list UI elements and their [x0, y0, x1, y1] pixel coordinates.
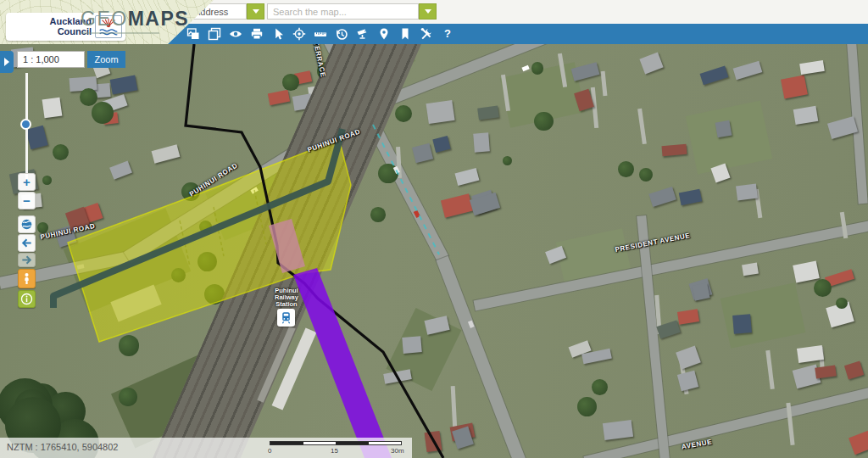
- station-label-line: Station: [275, 301, 298, 308]
- zoom-slider-handle[interactable]: [20, 119, 31, 130]
- chevron-down-icon: [425, 9, 431, 14]
- full-extent-button[interactable]: [18, 215, 36, 233]
- identify-info-button[interactable]: [18, 290, 36, 308]
- zoom-out-button[interactable]: −: [18, 192, 36, 209]
- history-icon[interactable]: [335, 27, 348, 41]
- scale-bar-label: 0: [268, 447, 271, 455]
- next-extent-button[interactable]: [18, 253, 36, 267]
- arrow-left-icon: [20, 237, 33, 249]
- gis-overlays: [0, 44, 868, 458]
- pegman-icon: [20, 272, 33, 285]
- help-icon[interactable]: ?: [441, 27, 454, 41]
- map-viewport[interactable]: PUHINUI ROAD PUHINUI ROAD PUHINUI ROAD T…: [0, 44, 868, 458]
- scale-bar-label: 15: [331, 447, 338, 455]
- street-view-button[interactable]: [18, 269, 36, 288]
- route-purple: [293, 268, 392, 458]
- print-icon[interactable]: [250, 27, 264, 41]
- select-cursor-icon[interactable]: [271, 27, 285, 41]
- locate-icon[interactable]: [292, 27, 306, 41]
- app-title-thin: GEO: [81, 8, 128, 30]
- map-toolbar: ?: [186, 27, 454, 41]
- bookmark-icon[interactable]: [398, 27, 412, 41]
- sidebar-expand-tab[interactable]: [0, 51, 14, 73]
- scale-bar-label: 30m: [391, 447, 404, 455]
- arrow-right-icon: [20, 254, 33, 266]
- basemap-gallery-icon[interactable]: [186, 27, 200, 41]
- geomaps-application: Auckland Council G: [0, 0, 868, 458]
- layers-icon[interactable]: [208, 27, 221, 41]
- measure-icon[interactable]: [314, 27, 327, 41]
- station-label: Puhinui Railway Station: [275, 288, 298, 308]
- street-camera-icon[interactable]: [356, 27, 370, 41]
- chevron-down-icon: [253, 9, 259, 14]
- train-station-icon[interactable]: [277, 309, 295, 327]
- chevron-right-icon: [4, 58, 9, 66]
- cursor-coordinates: NZTM : 1765410, 5904802: [7, 442, 118, 452]
- search-input[interactable]: [267, 3, 419, 20]
- app-title-bold: MAPS: [128, 8, 189, 30]
- category-dropdown-button[interactable]: [247, 3, 264, 20]
- info-icon: [20, 293, 33, 305]
- globe-icon: [20, 218, 33, 231]
- help-glyph: ?: [444, 27, 451, 41]
- visibility-icon[interactable]: [229, 27, 242, 41]
- previous-extent-button[interactable]: [18, 234, 36, 252]
- scale-input[interactable]: [17, 51, 85, 68]
- app-title: GEOMAPS: [81, 8, 189, 31]
- zoom-button[interactable]: Zoom: [87, 51, 125, 68]
- tools-icon[interactable]: [420, 27, 433, 41]
- place-pin-icon[interactable]: [377, 27, 391, 41]
- title-underline: [81, 32, 159, 34]
- zoom-in-button[interactable]: +: [18, 173, 36, 191]
- scale-bar: [270, 441, 402, 445]
- search-dropdown-button[interactable]: [419, 3, 437, 20]
- top-bar: Auckland Council G: [0, 0, 868, 44]
